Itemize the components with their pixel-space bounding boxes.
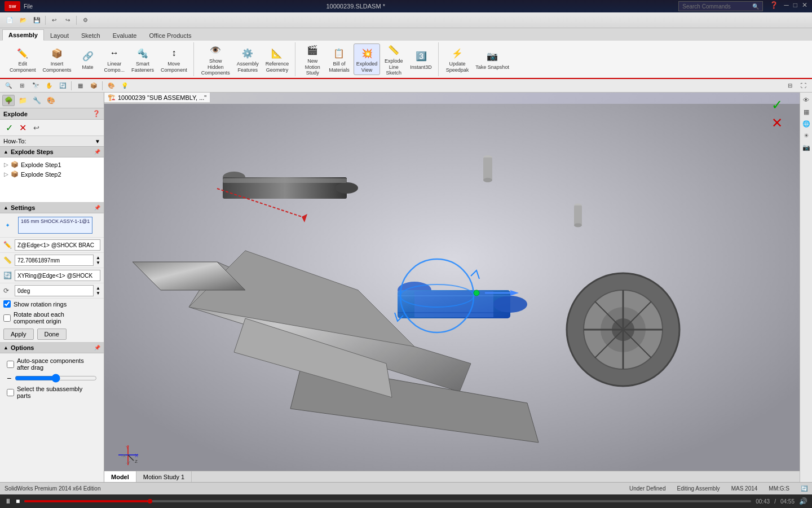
zoom-fit-icon[interactable]: ⊞	[16, 80, 28, 91]
ribbon-item-smart-fasteners[interactable]: 🔩 SmartFasteners	[129, 43, 157, 75]
options-collapse-icon[interactable]: ▲	[3, 345, 8, 351]
appearance-icon[interactable]: 🎨	[105, 80, 117, 91]
explode-steps-pin-icon[interactable]: 📌	[94, 149, 100, 155]
lighting-icon[interactable]: 💡	[118, 80, 131, 91]
show-rotation-rings-checkbox[interactable]	[3, 300, 11, 308]
distance-input[interactable]	[15, 255, 94, 266]
ribbon-item-new-motion[interactable]: 🎬 NewMotionStudy	[300, 41, 325, 78]
ribbon-group-speedpak: ⚡ UpdateSpeedpak 📷 Take Snapshot	[440, 42, 515, 76]
ribbon-item-update-speedpak[interactable]: ⚡ UpdateSpeedpak	[443, 43, 472, 75]
select-subassembly-checkbox[interactable]	[7, 389, 14, 396]
auto-space-slider[interactable]	[15, 374, 97, 383]
feature-tree-tab[interactable]: 🌳	[2, 95, 15, 106]
auto-space-checkbox[interactable]	[7, 361, 14, 368]
ribbon-item-show-hidden[interactable]: 👁️ ShowHiddenComponents	[198, 41, 233, 78]
done-button[interactable]: Done	[37, 329, 67, 340]
pan-icon[interactable]: ✋	[43, 80, 55, 91]
property-manager-tab[interactable]: 📁	[16, 95, 29, 106]
open-btn[interactable]: 📂	[17, 15, 29, 26]
ribbon-item-bill-of-materials[interactable]: 📋 Bill ofMaterials	[326, 43, 352, 75]
tab-office-products[interactable]: Office Products	[143, 29, 197, 41]
model-tab[interactable]: Model	[104, 471, 136, 482]
viewport-confirm-btn[interactable]: ✓	[771, 97, 783, 113]
tab-layout[interactable]: Layout	[44, 29, 75, 41]
redo-btn[interactable]: ↪	[61, 15, 74, 26]
distance-spin-down[interactable]: ▼	[96, 260, 100, 265]
timeline-thumb[interactable]	[148, 499, 152, 503]
view-orientation-icon[interactable]: 📦	[87, 80, 100, 91]
new-btn[interactable]: 📄	[3, 15, 16, 26]
tab-evaluate[interactable]: Evaluate	[107, 29, 143, 41]
angle-spin-up[interactable]: ▲	[96, 286, 100, 291]
titlebar-menu-file[interactable]: File	[24, 3, 33, 10]
timeline-stop-btn[interactable]: ■	[16, 497, 20, 505]
ribbon-item-linear-component[interactable]: ↔️ LinearCompo...	[102, 43, 128, 75]
sidebar-display-icon[interactable]: ▦	[801, 107, 811, 117]
ribbon-item-insert-components[interactable]: 📦 InsertComponents	[40, 43, 74, 75]
zoom-area-icon[interactable]: 🔭	[29, 80, 42, 91]
config-manager-tab[interactable]: 🔧	[30, 95, 43, 106]
ribbon-item-reference-geometry[interactable]: 📐 ReferenceGeometry	[263, 43, 292, 75]
explode-step-1-item[interactable]: ▷ 📦 Explode Step1	[2, 160, 102, 169]
component-field[interactable]: 165 mm SHOCK ASSY-1-1@1	[18, 217, 92, 234]
timeline-volume-icon[interactable]: 🔊	[799, 497, 807, 505]
sidebar-scene-icon[interactable]: 🌐	[801, 119, 811, 129]
save-btn[interactable]: 💾	[30, 15, 43, 26]
quick-access-toolbar: 📄 📂 💾 ↩ ↪ ⚙	[0, 12, 812, 28]
ribbon-item-edit-component[interactable]: ✏️ EditComponent	[7, 43, 39, 75]
howto-section: How-To: ▼	[0, 136, 104, 147]
options-pin-icon[interactable]: 📌	[94, 345, 100, 351]
split-view-icon[interactable]: ⊟	[784, 80, 796, 91]
3d-viewport-svg[interactable]	[104, 104, 800, 482]
bill-of-materials-label: Bill ofMaterials	[329, 61, 350, 73]
viewport[interactable]: 🏗️ 10000239 "SUB ASSEMBLY, ..."	[104, 93, 800, 482]
ribbon-item-take-snapshot[interactable]: 📷 Take Snapshot	[473, 47, 512, 72]
explode-cancel-btn[interactable]: ✕	[17, 122, 28, 133]
sidebar-view-icon[interactable]: 👁	[801, 95, 811, 105]
display-style-icon[interactable]: ▦	[74, 80, 86, 91]
explode-undo-btn[interactable]: ↩	[30, 122, 42, 133]
rotation-ref-input[interactable]	[15, 270, 100, 281]
search-commands-input[interactable]	[682, 3, 750, 10]
maximize-btn[interactable]: □	[793, 1, 797, 11]
titlebar-controls: 🔍 ❓ ─ □ ✕	[678, 1, 807, 11]
rotate-about-each-checkbox[interactable]	[3, 314, 11, 322]
zoom-in-icon[interactable]: 🔍	[2, 80, 15, 91]
ribbon-item-instant3d[interactable]: 3️⃣ Instant3D	[407, 47, 435, 72]
ribbon-item-explode-line[interactable]: 📏 ExplodeLineSketch	[381, 41, 406, 78]
settings-collapse-icon[interactable]: ▲	[3, 205, 8, 211]
timeline-progress-bar[interactable]	[24, 500, 751, 502]
undo-btn[interactable]: ↩	[48, 15, 60, 26]
ribbon-item-exploded-view[interactable]: 💥 ExplodedView	[354, 43, 381, 75]
explode-steps-collapse-icon[interactable]: ▲	[3, 149, 8, 155]
distance-spin-up[interactable]: ▲	[96, 255, 100, 260]
help-icon[interactable]: ❓	[770, 1, 778, 11]
rotate-icon[interactable]: 🔄	[56, 80, 69, 91]
explode-help-icon[interactable]: ❓	[92, 110, 100, 117]
tab-sketch[interactable]: Sketch	[75, 29, 107, 41]
ribbon-item-mate[interactable]: 🔗 Mate	[76, 47, 100, 72]
sidebar-light-icon[interactable]: ☀	[801, 130, 811, 141]
viewport-cancel-btn[interactable]: ✕	[771, 115, 783, 131]
explode-confirm-btn[interactable]: ✓	[3, 122, 15, 133]
ribbon-item-assembly-features[interactable]: ⚙️ AssemblyFeatures	[234, 43, 262, 75]
appearance-manager-tab[interactable]: 🎨	[45, 95, 57, 106]
sidebar-camera-icon[interactable]: 📷	[801, 142, 811, 152]
full-screen-icon[interactable]: ⛶	[797, 80, 810, 91]
timeline-pause-btn[interactable]: ⏸	[5, 497, 11, 505]
rebuild-btn[interactable]: ⚙	[79, 15, 91, 26]
tab-assembly[interactable]: Assembly	[2, 29, 44, 41]
minimize-btn[interactable]: ─	[784, 1, 789, 11]
explode-step-2-item[interactable]: ▷ 📦 Explode Step2	[2, 169, 102, 179]
motion-study-tab[interactable]: Motion Study 1	[136, 471, 192, 482]
close-btn[interactable]: ✕	[802, 1, 807, 11]
slider-minus-icon[interactable]: −	[7, 374, 11, 383]
spinner-icon: 🔄	[801, 485, 807, 492]
edge-field[interactable]	[15, 239, 100, 251]
apply-button[interactable]: Apply	[3, 329, 34, 340]
rotation-angle-input[interactable]	[15, 285, 94, 296]
angle-spin-down[interactable]: ▼	[96, 291, 100, 296]
howto-dropdown-icon[interactable]: ▼	[95, 138, 100, 144]
settings-pin-icon[interactable]: 📌	[94, 205, 100, 211]
ribbon-item-move-component[interactable]: ↕️ MoveComponent	[158, 43, 190, 75]
